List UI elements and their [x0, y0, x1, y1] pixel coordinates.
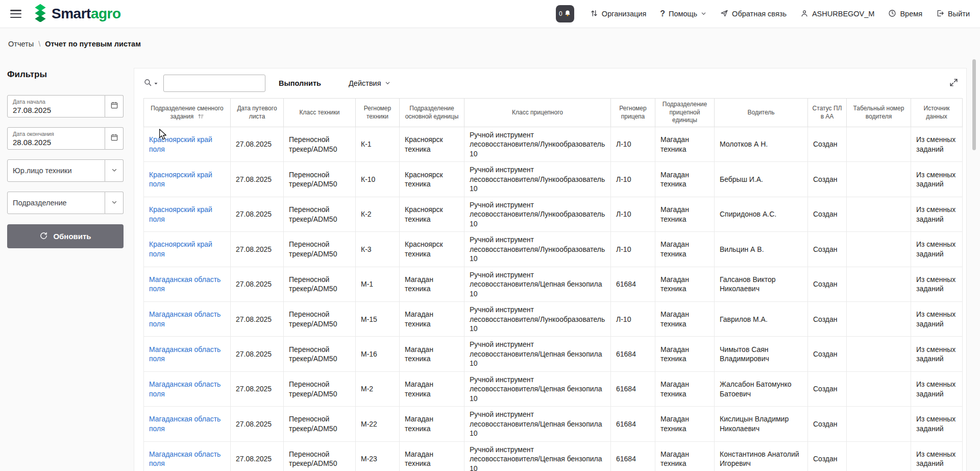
- division-link[interactable]: Магаданская область поля: [149, 345, 220, 363]
- table-row[interactable]: Красноярский край поля27.08.2025Переносн…: [144, 162, 963, 197]
- report-toolbar: Выполнить Действия: [134, 68, 966, 98]
- cell-col-1[interactable]: Магаданская область поля: [144, 337, 231, 371]
- vertical-scrollbar[interactable]: [972, 30, 976, 469]
- date-end-field[interactable]: Дата окончания 28.08.2025: [7, 127, 124, 150]
- date-start-calendar-button[interactable]: [105, 95, 124, 117]
- cell-col-8: Магадан техника: [655, 162, 715, 197]
- division-link[interactable]: Магаданская область поля: [149, 450, 220, 467]
- cell-col-2: 27.08.2025: [231, 162, 284, 197]
- legal-entity-value[interactable]: Юр.лицо техники: [7, 159, 105, 182]
- table-row[interactable]: Магаданская область поля27.08.2025Перено…: [144, 441, 963, 471]
- cell-col-1[interactable]: Магаданская область поля: [144, 302, 231, 337]
- column-header-10[interactable]: Статус ПЛ в АА: [808, 99, 847, 127]
- division-select[interactable]: Подразделение: [7, 192, 124, 214]
- date-end-calendar-button[interactable]: [105, 127, 124, 150]
- refresh-button[interactable]: Обновить: [7, 224, 124, 248]
- user-menu[interactable]: ASHURBEGOV_M: [800, 9, 874, 19]
- column-header-1[interactable]: Подразделение сменного задания: [144, 99, 231, 127]
- cell-col-9: Вильцин А В.: [715, 232, 808, 267]
- division-link[interactable]: Магаданская область поля: [149, 380, 220, 397]
- breadcrumb-reports[interactable]: Отчеты: [8, 40, 34, 48]
- division-link[interactable]: Красноярский край поля: [149, 171, 212, 188]
- division-link[interactable]: Магаданская область поля: [149, 275, 220, 293]
- column-header-6[interactable]: Класс прицепного: [464, 99, 611, 127]
- table-row[interactable]: Магаданская область поля27.08.2025Перено…: [144, 337, 963, 371]
- report-table: Подразделение сменного задания Дата путе…: [143, 98, 963, 471]
- run-button[interactable]: Выполнить: [274, 75, 326, 91]
- chevron-down-icon: [385, 79, 390, 87]
- cell-col-1[interactable]: Красноярский край поля: [144, 197, 231, 231]
- cell-col-11: [847, 337, 911, 371]
- cell-col-9: Молотков А Н.: [715, 127, 808, 162]
- table-row[interactable]: Магаданская область поля27.08.2025Перено…: [144, 302, 963, 337]
- menu-icon[interactable]: [10, 10, 21, 18]
- cell-col-5: Красноярск техника: [400, 232, 464, 267]
- chevron-down-icon: [111, 198, 117, 207]
- table-row[interactable]: Красноярский край поля27.08.2025Переносн…: [144, 197, 963, 231]
- division-link[interactable]: Магаданская область поля: [149, 310, 220, 327]
- cell-col-9: Чимытов Саян Владимирович: [715, 337, 808, 371]
- date-start-field[interactable]: Дата начала 27.08.2025: [7, 95, 124, 117]
- column-header-7[interactable]: Регномер прицепа: [611, 99, 655, 127]
- cell-col-3: Переносной трекер/​ADM50: [284, 441, 356, 471]
- division-link[interactable]: Красноярский край поля: [149, 135, 212, 153]
- cell-col-12: Из сменных заданий: [911, 267, 963, 301]
- column-header-11[interactable]: Табельный номер водителя: [847, 99, 911, 127]
- time-button[interactable]: Время: [888, 9, 922, 19]
- date-start-value[interactable]: 27.08.2025: [13, 106, 100, 114]
- division-value[interactable]: Подразделение: [7, 192, 105, 214]
- table-row[interactable]: Магаданская область поля27.08.2025Перено…: [144, 407, 963, 441]
- cell-col-10: Создан: [808, 371, 847, 406]
- cell-col-1[interactable]: Красноярский край поля: [144, 232, 231, 267]
- search-column-selector[interactable]: [143, 78, 158, 89]
- date-end-value[interactable]: 28.08.2025: [13, 138, 100, 147]
- report-region: Выполнить Действия Подразделение сменног…: [134, 68, 967, 471]
- legal-entity-dropdown-button[interactable]: [105, 159, 124, 182]
- actions-menu-button[interactable]: Действия: [344, 75, 396, 91]
- column-header-9[interactable]: Водитель: [715, 99, 808, 127]
- cell-col-1[interactable]: Магаданская область поля: [144, 407, 231, 441]
- swap-arrows-icon: [590, 9, 598, 19]
- filters-panel: Фильтры Дата начала 27.08.2025 Дата окон…: [0, 63, 134, 248]
- table-row[interactable]: Магаданская область поля27.08.2025Перено…: [144, 371, 963, 406]
- column-header-3[interactable]: Класс техники: [284, 99, 356, 127]
- scrollbar-thumb[interactable]: [972, 59, 976, 150]
- logo[interactable]: Smartagro: [33, 4, 121, 24]
- maximize-button[interactable]: [949, 78, 958, 89]
- cell-col-2: 27.08.2025: [231, 441, 284, 471]
- cell-col-1[interactable]: Красноярский край поля: [144, 127, 231, 162]
- column-header-5[interactable]: Подразделение основной единицы: [400, 99, 464, 127]
- cell-col-2: 27.08.2025: [231, 232, 284, 267]
- help-menu[interactable]: ? Помощь: [660, 9, 706, 18]
- column-header-4[interactable]: Регномер техники: [356, 99, 400, 127]
- search-input[interactable]: [163, 75, 265, 92]
- division-link[interactable]: Красноярский край поля: [149, 205, 212, 223]
- cell-col-11: [847, 197, 911, 231]
- cell-col-6: Ручной инструмент лесовосстановителя/​Лу…: [464, 162, 611, 197]
- cell-col-11: [847, 162, 911, 197]
- cell-col-1[interactable]: Красноярский край поля: [144, 162, 231, 197]
- column-header-2[interactable]: Дата путевого листа: [231, 99, 284, 127]
- column-header-12[interactable]: Источник данных: [911, 99, 963, 127]
- cell-col-12: Из сменных заданий: [911, 371, 963, 406]
- logout-button[interactable]: Выйти: [936, 9, 970, 19]
- organization-button[interactable]: Организация: [590, 9, 646, 19]
- logo-text: Smartagro: [52, 6, 121, 22]
- table-row[interactable]: Красноярский край поля27.08.2025Переносн…: [144, 232, 963, 267]
- cell-col-1[interactable]: Магаданская область поля: [144, 371, 231, 406]
- calendar-icon: [110, 133, 118, 144]
- division-dropdown-button[interactable]: [105, 192, 124, 214]
- column-header-8[interactable]: Подразделение прицепной единицы: [655, 99, 715, 127]
- division-link[interactable]: Магаданская область поля: [149, 415, 220, 432]
- table-header-row: Подразделение сменного задания Дата путе…: [144, 99, 963, 127]
- notifications-button[interactable]: 0: [556, 5, 574, 22]
- cell-col-1[interactable]: Магаданская область поля: [144, 441, 231, 471]
- table-row[interactable]: Магаданская область поля27.08.2025Перено…: [144, 267, 963, 301]
- table-row[interactable]: Красноярский край поля27.08.2025Переносн…: [144, 127, 963, 162]
- legal-entity-select[interactable]: Юр.лицо техники: [7, 159, 124, 182]
- cell-col-4: К-2: [356, 197, 400, 231]
- breadcrumb: Отчеты \ Отчет по путевым листам: [8, 40, 141, 48]
- division-link[interactable]: Красноярский край поля: [149, 240, 212, 257]
- cell-col-1[interactable]: Магаданская область поля: [144, 267, 231, 301]
- feedback-button[interactable]: Обратная связь: [720, 9, 787, 19]
